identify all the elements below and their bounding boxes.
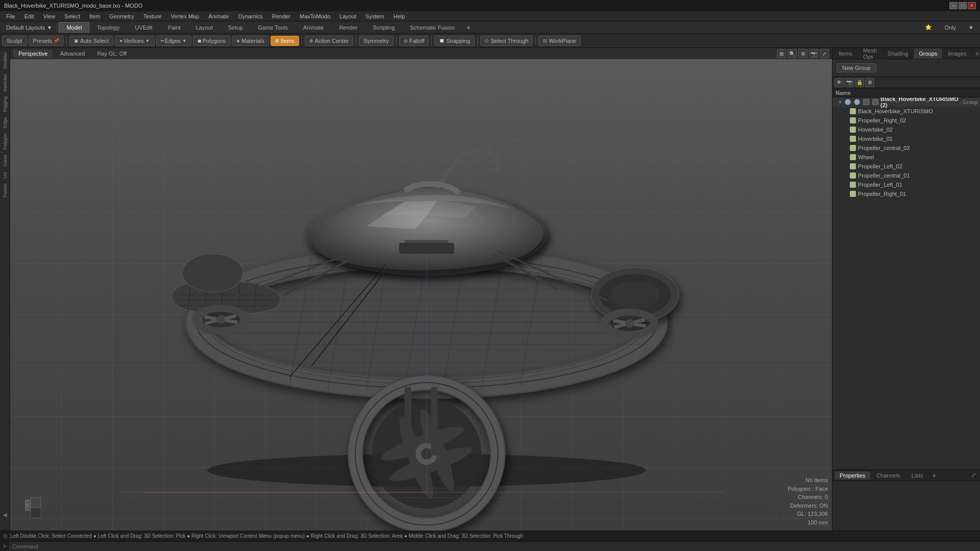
close-button[interactable]: ✕ — [968, 2, 976, 9]
rp-lock-button[interactable]: 🔒 — [855, 78, 864, 87]
layout-selector[interactable]: Default Layouts ▼ — [6, 24, 52, 31]
menu-layout[interactable]: Layout — [335, 12, 360, 20]
scene-item-1[interactable]: Black_Hoverbike_XTURISMO — [832, 107, 980, 116]
scene-item-10[interactable]: Propeller_Right_01 — [832, 189, 980, 198]
tab-paint[interactable]: Paint — [160, 22, 188, 33]
tab-scripting[interactable]: Scripting — [365, 22, 402, 33]
scene-item-2[interactable]: Propeller_Right_02 — [832, 116, 980, 125]
rp-tab-items[interactable]: Items — [834, 48, 857, 59]
viewport-tab-raygl[interactable]: Ray GL: Off — [92, 49, 132, 58]
tab-model[interactable]: Model — [59, 22, 89, 33]
viewport-ctrl-camera[interactable]: 📷 — [809, 49, 818, 58]
menu-edit[interactable]: Edit — [20, 12, 38, 20]
rp-eye-button[interactable]: 👁 — [835, 78, 844, 87]
tab-render[interactable]: Render — [331, 22, 365, 33]
rp-tab-shading[interactable]: Shading — [883, 48, 913, 59]
rp-settings-button[interactable]: ⚙ — [865, 78, 874, 87]
menu-select[interactable]: Select — [60, 12, 84, 20]
item7-visibility[interactable] — [850, 163, 856, 169]
scene-item-group1[interactable]: ▼ Black_Hoverbike_XTURISMO (2) - Group — [832, 97, 980, 107]
item2-visibility[interactable] — [850, 117, 856, 123]
item6-visibility[interactable] — [850, 154, 856, 160]
scene-item-5[interactable]: Propeller_central_02 — [832, 143, 980, 153]
viewport[interactable]: Perspective Advanced Ray GL: Off ⊞ 🔍 ⚙ 📷… — [10, 48, 832, 531]
tab-game-tools[interactable]: Game Tools — [251, 22, 296, 33]
menu-dynamics[interactable]: Dynamics — [234, 12, 267, 20]
rp-add-tab-button[interactable]: + — [972, 49, 980, 58]
item3-visibility[interactable] — [850, 127, 856, 133]
scene-item-8[interactable]: Propeller_central_01 — [832, 171, 980, 180]
menu-system[interactable]: System — [361, 12, 388, 20]
sidebar-item-uv[interactable]: UV — [2, 170, 9, 181]
group1-visibility[interactable] — [845, 99, 851, 105]
sidebar-item-fusion[interactable]: Fusion — [2, 182, 9, 199]
rp-tab-groups[interactable]: Groups — [914, 48, 942, 59]
sidebar-item-particles[interactable]: Particles — [2, 72, 9, 94]
menu-help[interactable]: Help — [389, 12, 409, 20]
bp-add-tab-button[interactable]: + — [929, 471, 939, 480]
menu-maxtomodo[interactable]: MaxToModo — [296, 12, 334, 20]
item4-visibility[interactable] — [850, 136, 856, 142]
maximize-button[interactable]: □ — [959, 2, 967, 9]
scene-item-7[interactable]: Propeller_Left_02 — [832, 162, 980, 171]
sidebar-item-polygon[interactable]: Polygon — [2, 131, 9, 152]
tab-schematic-fusion[interactable]: Schematic Fusion — [402, 22, 462, 33]
action-center-button[interactable]: ⊕ Action Center — [305, 36, 354, 46]
menu-view[interactable]: View — [39, 12, 60, 20]
item1-visibility[interactable] — [850, 108, 856, 114]
presets-button[interactable]: Presets 📌 — [29, 36, 64, 46]
viewport-ctrl-zoom[interactable]: 🔍 — [788, 49, 797, 58]
sidebar-item-edge[interactable]: Edge — [2, 115, 9, 130]
rp-tab-images[interactable]: Images — [943, 48, 971, 59]
command-input[interactable] — [9, 542, 980, 551]
item8-visibility[interactable] — [850, 172, 856, 179]
falloff-button[interactable]: ◎ Falloff — [399, 36, 429, 46]
minimize-button[interactable]: ─ — [949, 2, 958, 9]
scene-item-4[interactable]: Hoverbike_01 — [832, 134, 980, 143]
tabs-right-dropdown[interactable]: ▼ — [964, 23, 978, 32]
scene-item-3[interactable]: Hoverbike_02 — [832, 125, 980, 134]
materials-button[interactable]: ◈ Materials — [232, 36, 269, 46]
window-controls[interactable]: ─ □ ✕ — [949, 2, 976, 9]
new-group-button[interactable]: New Group — [837, 63, 876, 72]
scene-item-6[interactable]: Wheel — [832, 153, 980, 162]
sidebar-item-expand[interactable]: ◀ — [2, 509, 8, 520]
workplane-button[interactable]: ⊟ WorkPlane — [538, 36, 581, 46]
edges-button[interactable]: ━ Edges ▼ — [156, 36, 191, 46]
viewport-ctrl-settings[interactable]: ⚙ — [798, 49, 807, 58]
select-through-button[interactable]: ⊙ Select Through — [480, 36, 533, 46]
snapping-button[interactable]: 🔲 Snapping — [434, 36, 475, 46]
sidebar-item-modeler[interactable]: Modeler — [2, 50, 9, 71]
tab-animate[interactable]: Animate — [296, 22, 331, 33]
scene-item-9[interactable]: Propeller_Left_01 — [832, 180, 980, 189]
tab-setup[interactable]: Setup — [220, 22, 251, 33]
group1-lock[interactable] — [863, 99, 869, 105]
tab-layout[interactable]: Layout — [188, 22, 220, 33]
viewport-ctrl-layout[interactable]: ⊞ — [777, 49, 786, 58]
bp-expand-button[interactable]: ⤢ — [969, 472, 978, 479]
group1-render-visibility[interactable] — [854, 99, 860, 105]
symmetry-button[interactable]: Symmetry — [359, 36, 394, 46]
menu-animate[interactable]: Animate — [204, 12, 233, 20]
bp-tab-properties[interactable]: Properties — [835, 471, 870, 480]
viewport-tab-advanced[interactable]: Advanced — [55, 49, 90, 58]
item5-visibility[interactable] — [850, 145, 856, 151]
tab-uvedit[interactable]: UVEdit — [127, 22, 160, 33]
sculpt-button[interactable]: Sculpt — [2, 36, 27, 46]
polygons-button[interactable]: ◼ Polygons — [193, 36, 230, 46]
add-tab-button[interactable]: + — [462, 22, 475, 33]
sidebar-item-rigging[interactable]: Rigging — [2, 94, 9, 114]
scene-tree[interactable]: ▼ Black_Hoverbike_XTURISMO (2) - Group B… — [832, 97, 980, 469]
vertices-button[interactable]: ● Vertices ▼ — [115, 36, 155, 46]
menu-item[interactable]: Item — [85, 12, 104, 20]
bp-tab-lists[interactable]: Lists — [906, 471, 928, 480]
menu-render[interactable]: Render — [268, 12, 295, 20]
menu-file[interactable]: File — [2, 12, 19, 20]
viewport-canvas[interactable]: No Items Polygons : Face Channels: 0 Def… — [10, 59, 832, 531]
item10-visibility[interactable] — [850, 191, 856, 197]
sidebar-item-curve[interactable]: Curve — [2, 153, 9, 169]
items-button[interactable]: ⊞ Items — [271, 36, 299, 46]
group1-toggle-icon[interactable]: ▼ — [838, 99, 843, 105]
item9-visibility[interactable] — [850, 182, 856, 188]
viewport-ctrl-expand[interactable]: ⤢ — [820, 49, 829, 58]
